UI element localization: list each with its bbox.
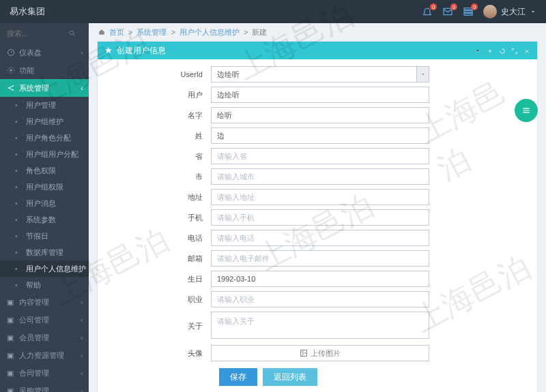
- about-field[interactable]: [211, 312, 429, 339]
- sidebar-item[interactable]: ▣采购管理‹: [0, 382, 89, 392]
- chevron-left-icon: ‹: [81, 333, 83, 342]
- sidebar-item-label: 功能: [19, 65, 34, 76]
- city-field[interactable]: [211, 168, 429, 185]
- sidebar-item-dashboard[interactable]: 仪表盘 ‹: [0, 44, 89, 61]
- sidebar-sub-label: 用户管理: [26, 100, 56, 110]
- sidebar-item[interactable]: ▣人力资源管理‹: [0, 346, 89, 364]
- image-icon: [300, 349, 308, 357]
- sidebar-item-label: 采购管理: [19, 386, 49, 393]
- sidebar-sub-item[interactable]: •用户个人信息维护: [0, 260, 89, 277]
- folder-icon: ▣: [7, 351, 15, 359]
- chevron-left-icon: ‹: [81, 84, 83, 92]
- dot-icon: •: [15, 248, 22, 256]
- sidebar-item[interactable]: ▣内容管理‹: [0, 293, 89, 311]
- sidebar-item[interactable]: ▣会员管理‹: [0, 329, 89, 346]
- label-mobile: 手机: [109, 213, 211, 223]
- tasks-icon[interactable]: 0: [463, 6, 474, 17]
- fab-menu[interactable]: [515, 99, 538, 122]
- fullscreen-icon[interactable]: [511, 47, 518, 54]
- birthday-field[interactable]: [211, 271, 429, 287]
- svg-point-12: [302, 352, 304, 353]
- userid-value: 边绘听: [217, 70, 240, 80]
- label-email: 邮箱: [109, 254, 211, 264]
- sidebar: 仪表盘 ‹ 功能 系统管理 ‹ •用户管理•用户组维护•用户角色分配•用户组用户…: [0, 23, 89, 392]
- sidebar-sub-item[interactable]: •用户角色分配: [0, 130, 89, 146]
- sidebar-item[interactable]: ▣公司管理‹: [0, 311, 89, 329]
- form-actions: 保存 返回列表: [109, 368, 526, 386]
- upload-button[interactable]: 上传图片: [211, 345, 429, 361]
- sidebar-item-label: 公司管理: [19, 315, 49, 325]
- dot-icon: •: [15, 265, 22, 273]
- label-name: 名字: [109, 110, 211, 121]
- email-field[interactable]: [211, 250, 429, 267]
- bell-icon[interactable]: 0: [422, 6, 433, 17]
- sidebar-item[interactable]: ▣合同管理‹: [0, 364, 89, 382]
- sidebar-sub-item[interactable]: •帮助: [0, 277, 89, 293]
- sidebar-sub-label: 数据库管理: [26, 247, 63, 258]
- label-avatar: 头像: [109, 348, 211, 359]
- sidebar-sub-item[interactable]: •角色权限: [0, 162, 89, 179]
- panel-head: 创建用户信息: [98, 42, 537, 59]
- chevron-left-icon: ‹: [81, 369, 83, 377]
- main: 首页 > 系统管理 > 用户个人信息维护 > 新建 创建用户信息 UserId …: [89, 23, 546, 392]
- sidebar-item-label: 仪表盘: [19, 48, 42, 58]
- crumb-b[interactable]: 用户个人信息维护: [179, 27, 240, 37]
- sidebar-search[interactable]: [0, 23, 89, 44]
- reload-icon[interactable]: [499, 47, 506, 54]
- sidebar-sub-label: 系统参数: [26, 215, 56, 225]
- job-field[interactable]: [211, 291, 429, 307]
- chevron-left-icon: ‹: [81, 48, 83, 57]
- collapse-icon[interactable]: [474, 47, 481, 54]
- topbar: 易水集团 0 0 0 史大江: [0, 0, 546, 23]
- sidebar-item-label: 会员管理: [19, 333, 49, 343]
- mail-icon[interactable]: 0: [442, 6, 453, 17]
- user-field[interactable]: [211, 87, 429, 103]
- label-about: 关于: [109, 321, 211, 331]
- svg-point-9: [12, 89, 14, 91]
- userid-select[interactable]: 边绘听: [211, 66, 429, 82]
- label-province: 省: [109, 151, 211, 162]
- panel-title: 创建用户信息: [117, 45, 166, 57]
- back-button[interactable]: 返回列表: [263, 368, 317, 386]
- phone-field[interactable]: [211, 230, 429, 246]
- svg-point-6: [10, 70, 12, 72]
- sidebar-menu-rest: ▣内容管理‹▣公司管理‹▣会员管理‹▣人力资源管理‹▣合同管理‹▣采购管理‹▣订…: [0, 293, 89, 392]
- search-input[interactable]: [7, 29, 68, 37]
- sidebar-sub-item[interactable]: •用户组权限: [0, 179, 89, 195]
- surname-field[interactable]: [211, 127, 429, 144]
- svg-point-4: [70, 31, 74, 35]
- sidebar-sub-item[interactable]: •节假日: [0, 228, 89, 244]
- crumb-home[interactable]: 首页: [109, 27, 124, 37]
- panel: 创建用户信息 UserId 边绘听 用户 名字 姓: [97, 41, 538, 392]
- dot-icon: •: [15, 117, 22, 125]
- sidebar-sub-item[interactable]: •用户组维护: [0, 113, 89, 130]
- close-icon[interactable]: [523, 47, 530, 54]
- save-button[interactable]: 保存: [219, 368, 257, 386]
- dot-icon: •: [15, 232, 22, 240]
- address-field[interactable]: [211, 189, 429, 205]
- label-birthday: 生日: [109, 274, 211, 284]
- label-city: 市: [109, 172, 211, 182]
- name-field[interactable]: [211, 107, 429, 123]
- sidebar-sub-item[interactable]: •用户消息: [0, 195, 89, 211]
- crumb-a[interactable]: 系统管理: [136, 27, 167, 37]
- panel-body: UserId 边绘听 用户 名字 姓 省 市 地址 手机 电话: [98, 59, 537, 392]
- sidebar-sub-item[interactable]: •数据库管理: [0, 244, 89, 260]
- mobile-field[interactable]: [211, 209, 429, 226]
- config-icon[interactable]: [487, 47, 493, 54]
- chevron-left-icon: ‹: [81, 351, 83, 359]
- sidebar-item-system[interactable]: 系统管理 ‹: [0, 79, 89, 97]
- label-user: 用户: [109, 90, 211, 100]
- sidebar-sub-item[interactable]: •系统参数: [0, 211, 89, 228]
- chevron-left-icon: ‹: [81, 387, 83, 392]
- sidebar-sub-label: 用户组用户分配: [26, 149, 78, 160]
- user-menu[interactable]: 史大江: [483, 5, 536, 18]
- dot-icon: •: [15, 199, 22, 207]
- sidebar-sub-label: 用户角色分配: [26, 133, 71, 143]
- sidebar-sub-item[interactable]: •用户管理: [0, 97, 89, 113]
- folder-icon: ▣: [7, 333, 15, 342]
- province-field[interactable]: [211, 148, 429, 164]
- sidebar-sub-item[interactable]: •用户组用户分配: [0, 146, 89, 162]
- chevron-left-icon: ‹: [81, 298, 83, 306]
- gear-icon: [7, 66, 15, 74]
